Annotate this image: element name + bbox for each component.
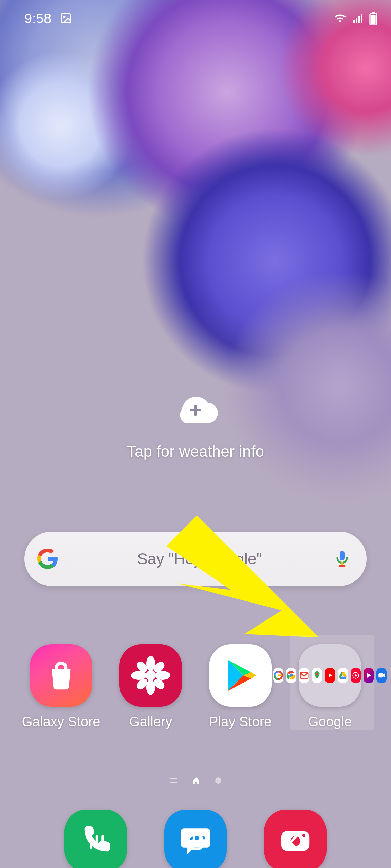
page-dot[interactable] [215,777,221,784]
svg-point-15 [146,670,156,680]
page-indicator[interactable] [170,776,221,785]
mini-play-movies-icon [364,668,374,683]
mini-duo-icon [376,668,387,683]
search-hint: Say "Hey Google" [67,550,333,568]
svg-point-1 [63,16,65,18]
mini-yt-music-icon [351,668,361,683]
app-label: Play Store [209,714,272,729]
battery-icon [369,12,377,25]
nav-recents-button[interactable] [48,821,146,864]
mic-icon[interactable] [333,549,352,568]
svg-rect-11 [340,551,345,560]
app-label: Google [308,714,352,729]
svg-rect-51 [189,835,203,849]
app-label: Galaxy Store [22,714,100,729]
svg-rect-40 [378,673,383,678]
wifi-icon [334,12,346,24]
navigation-bar [0,821,391,868]
google-search-widget[interactable]: Say "Hey Google" [24,532,367,586]
svg-marker-39 [367,673,371,678]
nav-home-button[interactable] [146,821,245,864]
weather-cloud-icon [168,393,223,426]
galaxy-store-icon [30,644,92,707]
play-store-icon [209,644,272,707]
weather-widget[interactable]: Tap for weather info [0,393,391,460]
status-bar: 9:58 [0,0,391,37]
svg-rect-5 [361,14,362,23]
home-screen[interactable]: 9:58 [0,0,391,868]
svg-marker-33 [329,673,332,678]
app-galaxy-store[interactable]: Galaxy Store [16,643,106,734]
svg-rect-8 [371,15,375,24]
google-g-icon [37,548,58,570]
svg-point-17 [146,679,155,695]
svg-point-32 [316,673,318,675]
mini-youtube-icon [325,668,335,683]
svg-point-18 [131,671,147,680]
svg-rect-4 [358,16,360,23]
svg-marker-38 [355,674,358,677]
app-play-store[interactable]: Play Store [196,643,285,734]
svg-marker-41 [383,673,385,678]
folder-icon [299,644,361,707]
svg-rect-2 [353,20,355,23]
apps-drawer-indicator-icon[interactable] [170,777,177,784]
svg-rect-3 [356,18,357,23]
mini-gmail-icon [299,668,309,683]
nav-back-button[interactable] [245,821,343,864]
app-label: Gallery [129,714,172,729]
app-google-folder[interactable]: Google [285,643,375,734]
screenshot-icon [60,12,72,24]
weather-label: Tap for weather info [127,442,264,460]
status-clock: 9:58 [24,11,52,26]
svg-point-19 [155,671,170,680]
page-home-icon[interactable] [192,776,200,785]
mini-drive-icon [338,668,348,683]
mini-google-icon [273,668,283,683]
svg-point-16 [146,656,155,671]
mini-maps-icon [312,668,322,683]
gallery-icon [119,644,182,707]
app-gallery[interactable]: Gallery [106,643,196,734]
mini-chrome-icon [286,668,296,683]
signal-icon [352,12,364,24]
svg-rect-0 [61,14,70,23]
